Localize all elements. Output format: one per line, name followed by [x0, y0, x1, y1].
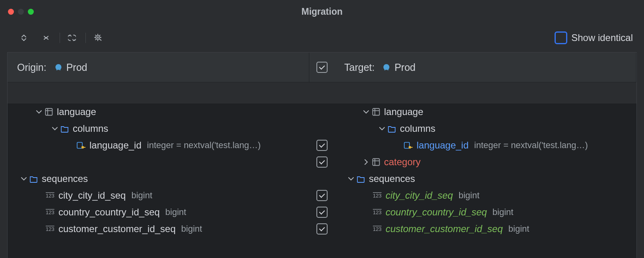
- sequence-icon: [45, 208, 56, 216]
- tree-node-column[interactable]: language_id integer = nextval('test.lang…: [8, 137, 309, 154]
- sequence-icon: [372, 192, 383, 199]
- toolbar-separator: [85, 33, 86, 43]
- tree-node-folder[interactable]: columns: [335, 120, 636, 137]
- select-all-checkbox[interactable]: [316, 62, 328, 73]
- show-identical-toggle[interactable]: Show identical: [555, 31, 633, 44]
- chevron-right-icon[interactable]: [362, 158, 370, 166]
- sequence-icon: [45, 225, 56, 233]
- origin-datasource-name: Prod: [66, 62, 87, 73]
- tree-node-sequence[interactable]: country_country_id_seq bigint: [8, 204, 309, 221]
- row-checkbox[interactable]: [316, 140, 328, 151]
- toolbar-separator: [60, 33, 60, 43]
- row-checkbox[interactable]: [316, 156, 328, 168]
- titlebar: Migration: [0, 0, 644, 23]
- row-checkbox[interactable]: [316, 207, 328, 218]
- settings-button[interactable]: [91, 33, 105, 43]
- tree-node-folder[interactable]: sequences: [8, 170, 309, 187]
- tree-node-folder[interactable]: sequences: [335, 170, 636, 187]
- tree-node-folder[interactable]: columns: [8, 120, 309, 137]
- origin-tree[interactable]: language columns language_id integer = n…: [8, 104, 309, 258]
- tree-node-sequence[interactable]: country_country_id_seq bigint: [335, 204, 636, 221]
- chevron-down-icon[interactable]: [50, 125, 59, 133]
- target-tree[interactable]: language columns language_id integer = n…: [335, 104, 636, 258]
- tree-node-table[interactable]: language: [335, 104, 636, 120]
- selection-column: [309, 104, 335, 258]
- target-datasource-name: Prod: [394, 62, 415, 73]
- tree-node-table[interactable]: language: [8, 104, 309, 120]
- row-checkbox[interactable]: [316, 190, 328, 201]
- chevron-down-icon[interactable]: [35, 108, 43, 116]
- table-icon: [370, 108, 382, 116]
- postgres-icon: [53, 63, 64, 71]
- key-column-icon: [403, 141, 414, 149]
- postgres-icon: [381, 63, 392, 71]
- chevron-down-icon[interactable]: [362, 108, 370, 116]
- table-icon: [43, 108, 54, 116]
- sequence-icon: [372, 208, 383, 216]
- window-title: Migration: [0, 6, 644, 17]
- sequence-icon: [372, 225, 383, 233]
- toolbar: Show identical: [0, 23, 644, 52]
- folder-icon: [28, 175, 39, 183]
- show-identical-checkbox[interactable]: [555, 31, 567, 44]
- show-identical-label: Show identical: [571, 32, 633, 43]
- tree-node-column[interactable]: language_id integer = nextval('test.lang…: [335, 137, 636, 154]
- tree-node-sequence[interactable]: city_city_id_seq bigint: [335, 187, 636, 204]
- sequence-icon: [45, 192, 56, 199]
- chevron-down-icon[interactable]: [378, 125, 386, 133]
- expand-all-button[interactable]: [40, 33, 52, 42]
- row-checkbox[interactable]: [316, 223, 328, 235]
- key-column-icon: [76, 141, 87, 149]
- table-icon: [370, 158, 382, 166]
- folder-icon: [386, 125, 398, 133]
- chevron-down-icon[interactable]: [19, 175, 28, 183]
- swap-sides-button[interactable]: [66, 33, 78, 42]
- tree-node-sequence[interactable]: customer_customer_id_seq bigint: [8, 221, 309, 237]
- tree-node-sequence[interactable]: customer_customer_id_seq bigint: [335, 221, 636, 237]
- tree-empty-row: [8, 154, 309, 170]
- folder-icon: [355, 175, 367, 183]
- collapse-all-button[interactable]: [17, 33, 30, 42]
- tree-node-table[interactable]: category: [335, 154, 636, 170]
- select-all-cell: [309, 53, 335, 82]
- origin-label: Origin:: [17, 62, 47, 73]
- chevron-down-icon[interactable]: [347, 175, 355, 183]
- target-label: Target:: [344, 62, 374, 73]
- tree-node-sequence[interactable]: city_city_id_seq bigint: [8, 187, 309, 204]
- origin-header: Origin: Prod: [8, 53, 309, 82]
- folder-icon: [59, 125, 70, 133]
- target-header: Target: Prod: [335, 53, 636, 82]
